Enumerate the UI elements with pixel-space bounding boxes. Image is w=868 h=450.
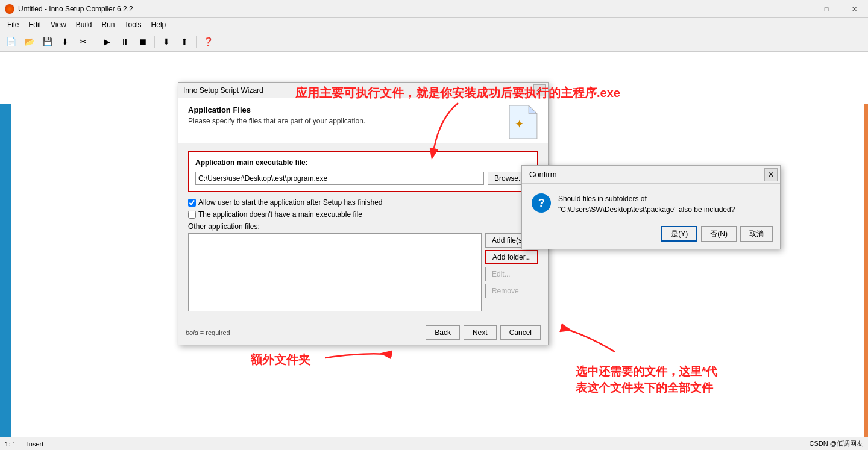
restore-btn[interactable]: □ — [813, 0, 840, 18]
confirm-cancel-btn[interactable]: 取消 — [740, 226, 773, 242]
confirm-icon-circle: ? — [532, 193, 551, 213]
wizard-icon: ✦ — [508, 105, 538, 136]
cursor-position: 1: 1 — [5, 440, 16, 448]
checkbox1-label[interactable]: Allow user to start the application afte… — [198, 198, 383, 207]
edit-btn[interactable]: Edit... — [485, 267, 538, 281]
toolbar-open[interactable]: 📂 — [20, 34, 37, 49]
checkbox2-row: The application doesn't have a main exec… — [188, 210, 538, 219]
title-bar: Untitled - Inno Setup Compiler 6.2.2 — □… — [0, 0, 868, 18]
menu-run[interactable]: Run — [97, 19, 120, 30]
svg-marker-1 — [529, 105, 537, 114]
files-list[interactable] — [188, 233, 482, 311]
svg-text:✦: ✦ — [515, 117, 524, 130]
confirm-message-line1: Should files in subfolders of — [558, 193, 735, 204]
checkbox1-row: Allow user to start the application afte… — [188, 198, 538, 207]
main-exe-input[interactable] — [195, 172, 484, 185]
toolbar-sep2 — [154, 36, 155, 48]
wizard-body: Application main executable file: Browse… — [178, 143, 548, 320]
wizard-section-title: Application Files — [188, 105, 365, 114]
wizard-header-text: Application Files Please specify the fil… — [188, 105, 365, 125]
menu-build[interactable]: Build — [71, 19, 97, 30]
main-area: Inno Setup Script Wizard ✕ Application F… — [0, 52, 868, 450]
wizard-dialog: Inno Setup Script Wizard ✕ Application F… — [178, 82, 549, 345]
toolbar-pause[interactable]: ⏸ — [116, 34, 133, 49]
confirm-close-btn[interactable]: ✕ — [764, 168, 778, 181]
annotation-bottom-left: 额外文件夹 — [250, 352, 310, 367]
confirm-footer: 是(Y) 否(N) 取消 — [522, 221, 780, 249]
title-text: Untitled - Inno Setup Compiler 6.2.2 — [18, 5, 133, 13]
main-exe-input-row: Browse... — [195, 172, 531, 185]
status-bar: 1: 1 Insert CSDN @低调网友 — [0, 437, 868, 450]
toolbar-save[interactable]: 💾 — [39, 34, 55, 49]
wizard-header: Application Files Please specify the fil… — [178, 98, 548, 143]
menu-view[interactable]: View — [46, 19, 71, 30]
allow-start-checkbox[interactable] — [188, 199, 196, 207]
toolbar-download[interactable]: ⬇ — [57, 34, 74, 49]
back-btn[interactable]: Back — [426, 325, 460, 340]
other-files-label: Other application files: — [188, 222, 538, 231]
toolbar-compile[interactable]: ⬇ — [158, 34, 175, 49]
wizard-close-btn[interactable]: ✕ — [533, 84, 546, 96]
remove-btn[interactable]: Remove — [485, 284, 538, 298]
confirm-no-btn[interactable]: 否(N) — [701, 226, 737, 242]
main-exe-label: Application main executable file: — [195, 158, 531, 167]
other-files-area: Add file(s)... Add folder... Edit... Rem… — [188, 233, 538, 311]
next-btn[interactable]: Next — [464, 325, 497, 340]
confirm-question-mark: ? — [538, 197, 545, 210]
confirm-dialog: Confirm ✕ ? Should files in subfolders o… — [521, 165, 781, 249]
toolbar-cut[interactable]: ✂ — [75, 34, 92, 49]
left-sidebar-strip — [0, 104, 11, 450]
toolbar-build[interactable]: ⬆ — [176, 34, 193, 49]
confirm-yes-btn[interactable]: 是(Y) — [661, 226, 697, 242]
footer-hint: bold = required — [186, 329, 426, 336]
toolbar-sep3 — [196, 36, 197, 48]
toolbar-run[interactable]: ▶ — [98, 34, 115, 49]
toolbar-stop[interactable]: ⏹ — [134, 34, 151, 49]
menu-help[interactable]: Help — [146, 19, 171, 30]
arrow-bottom-right — [555, 298, 627, 358]
toolbar-new[interactable]: 📄 — [2, 34, 19, 49]
menu-file[interactable]: File — [2, 19, 24, 30]
menu-edit[interactable]: Edit — [24, 19, 46, 30]
minimize-btn[interactable]: — — [785, 0, 813, 18]
wizard-footer: bold = required Back Next Cancel — [178, 320, 548, 345]
toolbar: 📄 📂 💾 ⬇ ✂ ▶ ⏸ ⏹ ⬇ ⬆ ❓ — [0, 31, 868, 52]
no-main-exe-checkbox[interactable] — [188, 211, 196, 219]
confirm-title-bar: Confirm ✕ — [522, 166, 780, 184]
add-folder-btn[interactable]: Add folder... — [485, 250, 538, 264]
bold-text: bold — [186, 329, 198, 336]
wizard-title-bar: Inno Setup Script Wizard ✕ — [178, 83, 548, 98]
confirm-title-text: Confirm — [529, 170, 557, 179]
wizard-section-subtitle: Please specify the files that are part o… — [188, 117, 365, 125]
annotation-bottom-right: 选中还需要的文件，这里*代表这个文件夹下的全部文件 — [576, 364, 717, 396]
footer-buttons: Back Next Cancel — [426, 325, 541, 340]
cancel-btn[interactable]: Cancel — [500, 325, 541, 340]
editor-mode: Insert — [27, 440, 44, 448]
wizard-title-text: Inno Setup Script Wizard — [183, 86, 263, 95]
app-icon — [5, 4, 14, 14]
menu-tools[interactable]: Tools — [120, 19, 146, 30]
footer-hint-text: = required — [200, 329, 230, 336]
confirm-body: ? Should files in subfolders of "C:\User… — [522, 184, 780, 221]
status-brand: CSDN @低调网友 — [810, 439, 863, 448]
confirm-message-line2: "C:\Users\SW\Desktop\test\package" also … — [558, 204, 735, 215]
main-exe-section: Application main executable file: Browse… — [188, 151, 538, 192]
toolbar-sep1 — [95, 36, 95, 48]
toolbar-help[interactable]: ❓ — [200, 34, 216, 49]
status-position: 1: 1 Insert — [5, 440, 810, 448]
close-btn[interactable]: ✕ — [840, 0, 868, 18]
menu-bar: File Edit View Build Run Tools Help — [0, 18, 868, 31]
right-sidebar-strip — [864, 104, 868, 450]
window-controls: — □ ✕ — [785, 0, 868, 18]
confirm-message: Should files in subfolders of "C:\Users\… — [558, 193, 735, 215]
checkbox2-label[interactable]: The application doesn't have a main exec… — [198, 210, 362, 219]
